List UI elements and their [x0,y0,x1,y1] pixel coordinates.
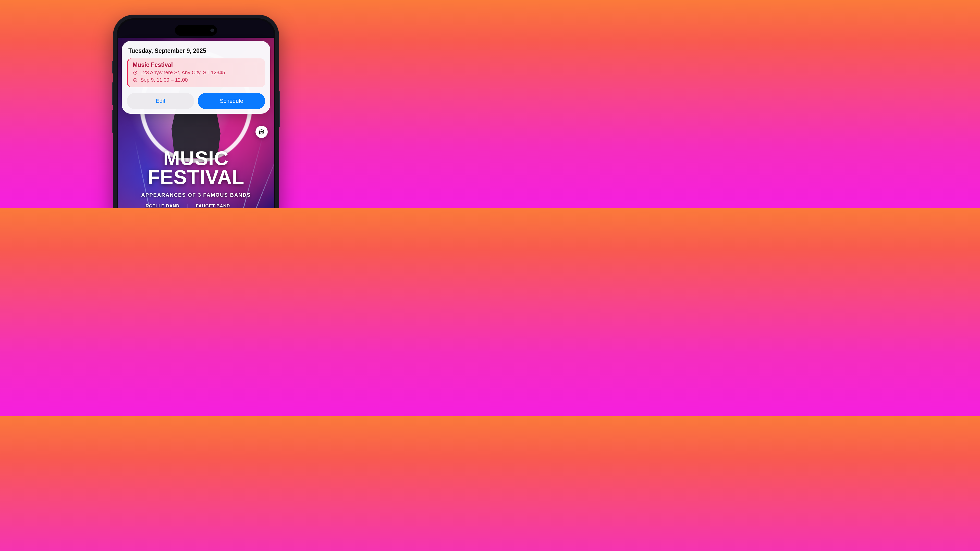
poster-band-1: RCELLE BAND [143,203,183,208]
event-time-text: Sep 9, 11:00 – 12:00 [140,76,188,84]
phone-screen: MUSIC FESTIVAL APPEARANCES OF 3 FAMOUS B… [118,20,274,208]
event-block[interactable]: Music Festival 123 Anywhere St, Any City… [127,59,265,87]
poster-band-2: FAUGET BAND [193,203,233,208]
volume-down-btn-2 [112,110,113,133]
poster-title-line2: FESTIVAL [118,168,274,186]
event-time-row: Sep 9, 11:00 – 12:00 [133,76,261,84]
event-title: Music Festival [133,62,261,68]
card-date-heading: Tuesday, September 9, 2025 [127,46,265,59]
card-button-row: Edit Schedule [127,93,265,109]
visual-lookup-button[interactable] [256,126,268,138]
clock-icon [133,78,138,83]
speech-bubble-icon [258,129,265,135]
volume-down-btn [112,83,113,105]
phone-frame: MUSIC FESTIVAL APPEARANCES OF 3 FAMOUS B… [113,15,279,208]
poster-band-3 [243,203,249,208]
front-camera-icon [210,29,214,32]
event-suggestion-card: Tuesday, September 9, 2025 Music Festiva… [122,41,270,114]
schedule-button[interactable]: Schedule [198,93,265,109]
poster-title: MUSIC FESTIVAL [118,149,274,186]
poster-title-line1: MUSIC [118,149,274,168]
event-location-row: 123 Anywhere St, Any City, ST 12345 [133,69,261,76]
poster-subtitle: APPEARANCES OF 3 FAMOUS BANDS [118,192,274,198]
location-icon [133,70,138,75]
poster-bands-row: RCELLE BAND FAUGET BAND [118,203,274,208]
edit-button[interactable]: Edit [127,93,194,109]
event-location-text: 123 Anywhere St, Any City, ST 12345 [140,69,225,76]
svg-point-3 [134,78,137,82]
dynamic-island [175,25,217,36]
volume-up-btn [112,61,113,73]
power-btn [279,91,280,127]
